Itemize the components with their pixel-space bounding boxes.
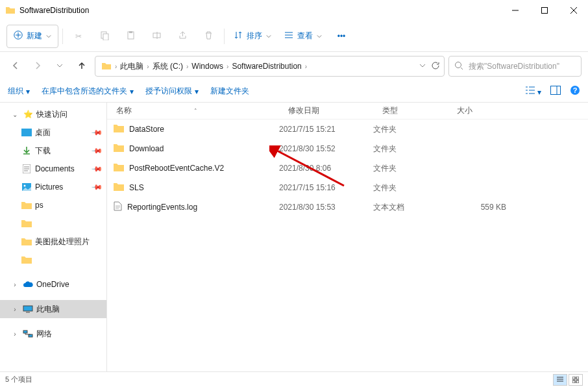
breadcrumb-segment[interactable]: Windows: [190, 58, 225, 74]
include-in-library-button[interactable]: 在库中包含所选的文件夹▾: [42, 86, 134, 97]
star-icon: ⭐: [22, 110, 34, 119]
column-name[interactable]: 名称˄: [107, 105, 279, 116]
folder-icon: [21, 201, 32, 209]
cut-button[interactable]: ✂: [67, 25, 90, 48]
column-headers: 名称˄ 修改日期 类型 大小: [107, 103, 588, 119]
organize-button[interactable]: 组织▾: [8, 86, 30, 97]
folder-icon: [21, 256, 32, 264]
tree-label: 美图批处理照片: [35, 236, 90, 247]
details-view-button[interactable]: [553, 374, 567, 386]
chevron-down-icon: [266, 32, 271, 41]
delete-button[interactable]: [197, 25, 220, 48]
recent-button[interactable]: [51, 57, 69, 75]
cloud-icon: [22, 281, 34, 288]
download-icon: [21, 146, 32, 155]
file-type: 文件夹: [373, 144, 448, 155]
chevron-right-icon[interactable]: ›: [10, 281, 19, 288]
command-bar: 新建 ✂ 排序 查看 •••: [0, 21, 588, 52]
close-button[interactable]: [559, 0, 588, 21]
column-size[interactable]: 大小: [448, 105, 519, 116]
navigation-pane: ⌄⭐快速访问 桌面📌 下载📌 Documents📌 Pictures📌 ps 美…: [0, 103, 107, 371]
breadcrumb-segment[interactable]: 系统 (C:): [151, 58, 185, 74]
rename-icon: [152, 31, 162, 42]
titlebar: SoftwareDistribution: [0, 0, 588, 21]
folder-icon: [114, 182, 124, 193]
minimize-button[interactable]: [500, 0, 530, 21]
chevron-down-icon[interactable]: [419, 62, 426, 71]
svg-rect-15: [23, 306, 32, 311]
grant-label: 授予访问权限: [145, 86, 192, 97]
view-button[interactable]: 查看: [279, 25, 327, 48]
caret-icon[interactable]: ›: [145, 63, 150, 70]
tree-pictures[interactable]: Pictures📌: [0, 178, 106, 196]
refresh-button[interactable]: [431, 61, 440, 72]
svg-point-14: [24, 185, 26, 187]
tree-label: 此电脑: [36, 304, 60, 315]
chevron-right-icon[interactable]: ›: [10, 306, 19, 313]
column-date[interactable]: 修改日期: [279, 105, 373, 116]
caret-icon[interactable]: ›: [304, 63, 308, 70]
column-label: 修改日期: [288, 105, 319, 116]
chevron-down-icon: [46, 32, 51, 41]
rename-button[interactable]: [145, 25, 168, 48]
caret-icon[interactable]: ›: [114, 63, 118, 70]
document-icon: [21, 164, 32, 173]
caret-icon[interactable]: ›: [185, 63, 190, 70]
file-date: 2021/8/30 15:52: [279, 144, 373, 153]
svg-rect-8: [551, 86, 561, 95]
file-row[interactable]: SLS 2021/7/15 15:16 文件夹: [107, 178, 588, 197]
tree-quick-access[interactable]: ⌄⭐快速访问: [0, 105, 106, 123]
file-row[interactable]: DataStore 2021/7/15 15:21 文件夹: [107, 119, 588, 139]
chevron-down-icon[interactable]: ⌄: [10, 111, 19, 118]
copy-button[interactable]: [93, 25, 116, 48]
paste-button[interactable]: [119, 25, 142, 48]
file-name: SLS: [129, 183, 144, 192]
icons-view-button[interactable]: [569, 374, 583, 386]
tree-desktop[interactable]: 桌面📌: [0, 123, 106, 142]
forward-button[interactable]: [29, 57, 47, 75]
tree-this-pc[interactable]: ›此电脑: [0, 300, 106, 318]
new-folder-button[interactable]: 新建文件夹: [210, 86, 249, 97]
file-type: 文件夹: [373, 124, 448, 135]
status-bar: 5 个项目: [0, 371, 588, 387]
breadcrumb-segment[interactable]: 此电脑: [118, 58, 145, 74]
separator: [224, 29, 225, 44]
up-button[interactable]: [73, 57, 91, 75]
svg-rect-11: [21, 129, 32, 136]
tree-folder-ps[interactable]: ps: [0, 196, 106, 214]
tree-network[interactable]: ›网络: [0, 325, 106, 343]
file-row[interactable]: ReportingEvents.log 2021/8/30 15:53 文本文档…: [107, 197, 588, 217]
svg-rect-17: [29, 334, 32, 337]
tree-onedrive[interactable]: ›OneDrive: [0, 275, 106, 293]
view-label: 查看: [297, 31, 313, 42]
address-bar[interactable]: › 此电脑 › 系统 (C:) › Windows › SoftwareDist…: [95, 56, 445, 77]
caret-icon[interactable]: ›: [225, 63, 230, 70]
tree-folder-meitu[interactable]: 美图批处理照片: [0, 232, 106, 251]
help-button[interactable]: ?: [570, 85, 580, 97]
more-button[interactable]: •••: [330, 25, 353, 48]
separator: [62, 29, 63, 44]
tree-label: 快速访问: [36, 109, 67, 120]
tree-folder-generic[interactable]: [0, 251, 106, 269]
sort-button[interactable]: 排序: [228, 25, 276, 48]
file-row[interactable]: PostRebootEventCache.V2 2021/8/30 8:06 文…: [107, 158, 588, 178]
maximize-button[interactable]: [530, 0, 559, 21]
search-box[interactable]: 搜索"SoftwareDistribution": [448, 56, 582, 77]
preview-pane-button[interactable]: [550, 86, 561, 97]
change-view-button[interactable]: ▾: [525, 86, 541, 97]
grant-access-button[interactable]: 授予访问权限▾: [145, 86, 199, 97]
tree-label: 网络: [36, 329, 52, 340]
file-row[interactable]: Download 2021/8/30 15:52 文件夹: [107, 139, 588, 158]
organize-bar: 组织▾ 在库中包含所选的文件夹▾ 授予访问权限▾ 新建文件夹 ▾ ?: [0, 81, 588, 103]
new-button[interactable]: 新建: [6, 25, 58, 48]
tree-downloads[interactable]: 下载📌: [0, 142, 106, 160]
breadcrumb-segment[interactable]: SoftwareDistribution: [230, 58, 303, 74]
file-list: 名称˄ 修改日期 类型 大小 DataStore 2021/7/15 15:21…: [107, 103, 588, 371]
tree-documents[interactable]: Documents📌: [0, 160, 106, 178]
tree-folder-generic[interactable]: [0, 214, 106, 232]
back-button[interactable]: [6, 57, 25, 75]
share-button[interactable]: [171, 25, 194, 48]
column-type[interactable]: 类型: [373, 105, 448, 116]
chevron-right-icon[interactable]: ›: [10, 331, 19, 338]
tree-label: Documents: [35, 164, 75, 173]
